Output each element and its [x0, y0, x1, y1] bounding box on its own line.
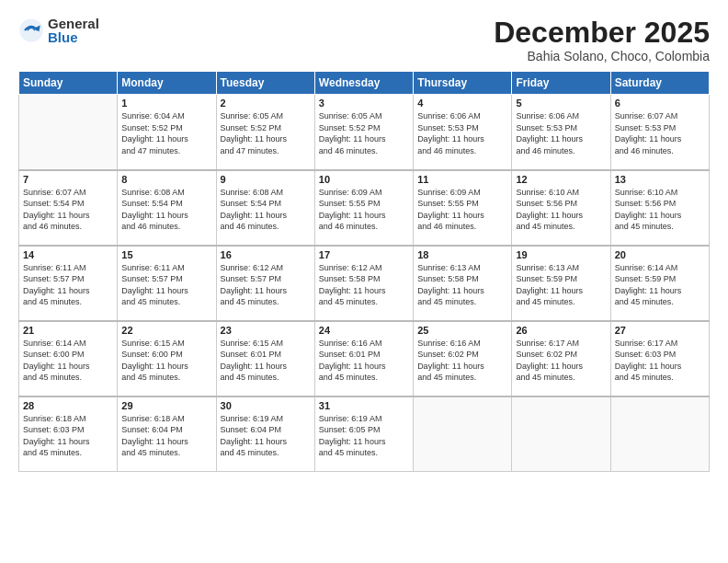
day-number: 8 — [121, 174, 211, 185]
page: General Blue December 2025 Bahia Solano,… — [0, 0, 728, 563]
calendar-day-cell: 31Sunrise: 6:19 AMSunset: 6:05 PMDayligh… — [314, 396, 413, 472]
day-number: 7 — [23, 174, 113, 185]
day-info: Sunrise: 6:14 AMSunset: 6:00 PMDaylight:… — [23, 338, 113, 384]
day-number: 31 — [319, 400, 409, 411]
logo: General Blue — [18, 17, 99, 44]
day-info: Sunrise: 6:15 AMSunset: 6:00 PMDaylight:… — [121, 338, 211, 384]
calendar-day-cell: 5Sunrise: 6:06 AMSunset: 5:53 PMDaylight… — [512, 95, 610, 170]
calendar-day-cell: 25Sunrise: 6:16 AMSunset: 6:02 PMDayligh… — [414, 321, 512, 396]
calendar-day-header: Monday — [118, 72, 216, 95]
logo-text: General Blue — [48, 17, 99, 44]
calendar-day-cell: 20Sunrise: 6:14 AMSunset: 5:59 PMDayligh… — [610, 246, 709, 321]
day-number: 1 — [121, 98, 211, 109]
day-number: 23 — [221, 325, 311, 336]
calendar-day-cell — [610, 396, 709, 472]
day-info: Sunrise: 6:09 AMSunset: 5:55 PMDaylight:… — [417, 187, 507, 233]
calendar-week-row: 21Sunrise: 6:14 AMSunset: 6:00 PMDayligh… — [19, 321, 710, 396]
calendar-day-cell: 29Sunrise: 6:18 AMSunset: 6:04 PMDayligh… — [118, 396, 216, 472]
day-number: 6 — [615, 98, 705, 109]
day-number: 16 — [221, 249, 311, 260]
day-info: Sunrise: 6:04 AMSunset: 5:52 PMDaylight:… — [121, 110, 211, 156]
day-info: Sunrise: 6:17 AMSunset: 6:02 PMDaylight:… — [516, 338, 606, 384]
calendar-header-row: SundayMondayTuesdayWednesdayThursdayFrid… — [19, 72, 710, 95]
day-number: 14 — [23, 249, 113, 260]
title-section: December 2025 Bahia Solano, Choco, Colom… — [494, 17, 710, 63]
calendar: SundayMondayTuesdayWednesdayThursdayFrid… — [18, 71, 710, 472]
location: Bahia Solano, Choco, Colombia — [494, 49, 710, 63]
calendar-day-cell: 21Sunrise: 6:14 AMSunset: 6:00 PMDayligh… — [19, 321, 118, 396]
day-number: 27 — [615, 325, 705, 336]
day-info: Sunrise: 6:09 AMSunset: 5:55 PMDaylight:… — [319, 187, 409, 233]
day-info: Sunrise: 6:16 AMSunset: 6:02 PMDaylight:… — [417, 338, 507, 384]
day-number: 28 — [23, 400, 113, 411]
calendar-day-cell: 18Sunrise: 6:13 AMSunset: 5:58 PMDayligh… — [414, 246, 512, 321]
logo-blue-text: Blue — [48, 30, 99, 44]
day-info: Sunrise: 6:11 AMSunset: 5:57 PMDaylight:… — [23, 262, 113, 308]
calendar-day-cell: 17Sunrise: 6:12 AMSunset: 5:58 PMDayligh… — [314, 246, 413, 321]
day-number: 22 — [121, 325, 211, 336]
calendar-day-cell: 14Sunrise: 6:11 AMSunset: 5:57 PMDayligh… — [19, 246, 118, 321]
calendar-day-cell: 2Sunrise: 6:05 AMSunset: 5:52 PMDaylight… — [216, 95, 314, 170]
calendar-day-cell: 28Sunrise: 6:18 AMSunset: 6:03 PMDayligh… — [19, 396, 118, 472]
day-info: Sunrise: 6:05 AMSunset: 5:52 PMDaylight:… — [221, 110, 311, 156]
day-info: Sunrise: 6:17 AMSunset: 6:03 PMDaylight:… — [615, 338, 705, 384]
calendar-day-header: Thursday — [414, 72, 512, 95]
calendar-day-cell: 7Sunrise: 6:07 AMSunset: 5:54 PMDaylight… — [19, 170, 118, 246]
day-info: Sunrise: 6:16 AMSunset: 6:01 PMDaylight:… — [319, 338, 409, 384]
calendar-day-cell: 1Sunrise: 6:04 AMSunset: 5:52 PMDaylight… — [118, 95, 216, 170]
day-number: 26 — [516, 325, 606, 336]
calendar-day-cell — [512, 396, 610, 472]
calendar-week-row: 28Sunrise: 6:18 AMSunset: 6:03 PMDayligh… — [19, 396, 710, 472]
day-info: Sunrise: 6:14 AMSunset: 5:59 PMDaylight:… — [615, 262, 705, 308]
day-info: Sunrise: 6:07 AMSunset: 5:53 PMDaylight:… — [615, 110, 705, 156]
day-info: Sunrise: 6:06 AMSunset: 5:53 PMDaylight:… — [417, 110, 507, 156]
calendar-day-cell — [414, 396, 512, 472]
day-number: 11 — [417, 174, 507, 185]
calendar-day-cell: 15Sunrise: 6:11 AMSunset: 5:57 PMDayligh… — [118, 246, 216, 321]
day-info: Sunrise: 6:13 AMSunset: 5:59 PMDaylight:… — [516, 262, 606, 308]
calendar-day-cell: 8Sunrise: 6:08 AMSunset: 5:54 PMDaylight… — [118, 170, 216, 246]
day-info: Sunrise: 6:18 AMSunset: 6:04 PMDaylight:… — [121, 413, 211, 459]
calendar-day-cell: 9Sunrise: 6:08 AMSunset: 5:54 PMDaylight… — [216, 170, 314, 246]
calendar-day-cell: 13Sunrise: 6:10 AMSunset: 5:56 PMDayligh… — [610, 170, 709, 246]
day-info: Sunrise: 6:12 AMSunset: 5:57 PMDaylight:… — [221, 262, 311, 308]
calendar-day-header: Wednesday — [314, 72, 413, 95]
day-info: Sunrise: 6:08 AMSunset: 5:54 PMDaylight:… — [221, 187, 311, 233]
day-info: Sunrise: 6:18 AMSunset: 6:03 PMDaylight:… — [23, 413, 113, 459]
logo-general-text: General — [48, 17, 99, 30]
calendar-day-cell — [19, 95, 118, 170]
day-info: Sunrise: 6:13 AMSunset: 5:58 PMDaylight:… — [417, 262, 507, 308]
day-number: 13 — [615, 174, 705, 185]
svg-point-0 — [19, 18, 42, 41]
day-number: 25 — [417, 325, 507, 336]
calendar-day-cell: 6Sunrise: 6:07 AMSunset: 5:53 PMDaylight… — [610, 95, 709, 170]
day-info: Sunrise: 6:19 AMSunset: 6:04 PMDaylight:… — [221, 413, 311, 459]
day-number: 19 — [516, 249, 606, 260]
day-number: 3 — [319, 98, 409, 109]
day-number: 21 — [23, 325, 113, 336]
day-info: Sunrise: 6:10 AMSunset: 5:56 PMDaylight:… — [516, 187, 606, 233]
day-info: Sunrise: 6:05 AMSunset: 5:52 PMDaylight:… — [319, 110, 409, 156]
day-info: Sunrise: 6:19 AMSunset: 6:05 PMDaylight:… — [319, 413, 409, 459]
calendar-day-cell: 16Sunrise: 6:12 AMSunset: 5:57 PMDayligh… — [216, 246, 314, 321]
day-number: 2 — [221, 98, 311, 109]
day-number: 30 — [221, 400, 311, 411]
calendar-day-cell: 26Sunrise: 6:17 AMSunset: 6:02 PMDayligh… — [512, 321, 610, 396]
day-info: Sunrise: 6:12 AMSunset: 5:58 PMDaylight:… — [319, 262, 409, 308]
day-number: 10 — [319, 174, 409, 185]
day-info: Sunrise: 6:08 AMSunset: 5:54 PMDaylight:… — [121, 187, 211, 233]
day-info: Sunrise: 6:06 AMSunset: 5:53 PMDaylight:… — [516, 110, 606, 156]
calendar-day-header: Tuesday — [216, 72, 314, 95]
calendar-day-header: Saturday — [610, 72, 709, 95]
calendar-day-header: Friday — [512, 72, 610, 95]
day-number: 20 — [615, 249, 705, 260]
day-number: 12 — [516, 174, 606, 185]
calendar-day-cell: 3Sunrise: 6:05 AMSunset: 5:52 PMDaylight… — [314, 95, 413, 170]
calendar-week-row: 1Sunrise: 6:04 AMSunset: 5:52 PMDaylight… — [19, 95, 710, 170]
day-number: 4 — [417, 98, 507, 109]
calendar-day-cell: 4Sunrise: 6:06 AMSunset: 5:53 PMDaylight… — [414, 95, 512, 170]
day-info: Sunrise: 6:07 AMSunset: 5:54 PMDaylight:… — [23, 187, 113, 233]
calendar-day-cell: 12Sunrise: 6:10 AMSunset: 5:56 PMDayligh… — [512, 170, 610, 246]
calendar-day-cell: 22Sunrise: 6:15 AMSunset: 6:00 PMDayligh… — [118, 321, 216, 396]
calendar-day-cell: 19Sunrise: 6:13 AMSunset: 5:59 PMDayligh… — [512, 246, 610, 321]
